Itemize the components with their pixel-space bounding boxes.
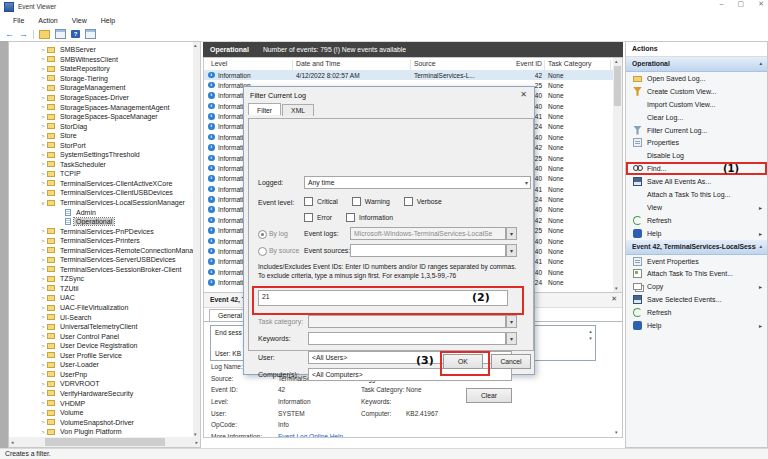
action-item[interactable]: Refresh	[626, 214, 767, 227]
chevron-icon[interactable]: >	[39, 314, 47, 320]
tree-vertical-scrollbar[interactable]: ▴ ▾	[193, 42, 200, 438]
action-item[interactable]: Filter Current Log...	[626, 124, 767, 137]
tree-item[interactable]: > TerminalServices-RemoteConnectionManag…	[9, 245, 193, 255]
tree-horizontal-scrollbar[interactable]: ◂ ▸	[9, 437, 200, 447]
column-header-taskcategory[interactable]: Task Category	[548, 60, 591, 67]
action-item[interactable]: Create Custom View...	[626, 85, 767, 98]
chevron-icon[interactable]: >	[39, 114, 47, 120]
tree-item[interactable]: > TerminalServices-PnPDevices	[9, 226, 193, 236]
by-source-radio[interactable]: By source	[258, 246, 308, 256]
chevron-icon[interactable]: >	[39, 133, 47, 139]
column-header-eventid[interactable]: Event ID	[504, 60, 542, 67]
chevron-icon[interactable]: >	[39, 47, 47, 53]
tab-xml[interactable]: XML	[282, 104, 314, 116]
tree-item[interactable]: > TaskScheduler	[9, 160, 193, 170]
chevron-icon[interactable]: >	[39, 66, 47, 72]
action-item[interactable]: Copy ▸	[626, 280, 767, 293]
chevron-icon[interactable]: >	[39, 352, 47, 358]
action-item[interactable]: View ▸	[626, 201, 767, 214]
cancel-button[interactable]: Cancel	[491, 354, 531, 369]
tree-item[interactable]: > StorDiag	[9, 121, 193, 131]
chevron-icon[interactable]: >	[39, 123, 47, 129]
chevron-icon[interactable]: >	[39, 429, 47, 435]
chevron-icon[interactable]: >	[39, 324, 47, 330]
keywords-dropdown[interactable]	[308, 332, 506, 345]
chevron-icon[interactable]: >	[39, 305, 47, 311]
column-header-source[interactable]: Source	[414, 60, 436, 67]
action-item[interactable]: Save Selected Events...	[626, 293, 767, 306]
chevron-icon[interactable]: >	[39, 343, 47, 349]
collapse-icon[interactable]: ▴	[759, 60, 762, 66]
tree-item[interactable]: > UniversalTelemetryClient	[9, 322, 193, 332]
preview-scrollbar[interactable]: ▾	[613, 324, 621, 435]
scroll-down-icon[interactable]: ▾	[615, 430, 618, 435]
table-row[interactable]: i Information 4/12/2022 8:02:57 AM Termi…	[204, 70, 613, 80]
radio-icon[interactable]	[258, 230, 267, 239]
table-vertical-scrollbar[interactable]: ▴ ▾	[613, 58, 622, 292]
tree-item[interactable]: > StorageManagement	[9, 83, 193, 93]
help-icon[interactable]: ?	[71, 30, 80, 38]
window-icon[interactable]	[55, 29, 66, 39]
dialog-close-icon[interactable]: ✕	[520, 90, 527, 99]
chevron-icon[interactable]: >	[39, 180, 47, 186]
scroll-down-icon[interactable]: ▾	[615, 286, 618, 291]
console-tree-icon[interactable]	[39, 30, 50, 39]
section-header-operational[interactable]: Operational ▴	[626, 57, 767, 72]
chevron-icon[interactable]: >	[39, 266, 47, 272]
chevron-icon[interactable]: >	[39, 333, 47, 339]
column-header-date[interactable]: Date and Time	[296, 60, 340, 67]
tree-item[interactable]: > TerminalServices-Printers	[9, 236, 193, 246]
tree-item[interactable]: > StorageSpaces-SpaceManager	[9, 112, 193, 122]
tree-item[interactable]: > TZUtil	[9, 284, 193, 294]
keywords-dropdown-button[interactable]: ▾	[506, 332, 517, 345]
scroll-up-icon[interactable]: ▴	[615, 59, 618, 64]
tree-item[interactable]: > UAC-FileVirtualization	[9, 303, 193, 313]
tree-item[interactable]: > User-Loader	[9, 360, 193, 370]
chevron-icon[interactable]: >	[39, 410, 47, 416]
tree-item[interactable]: > StateRepository	[9, 64, 193, 74]
checkbox-icon[interactable]	[352, 197, 361, 206]
tree-item[interactable]: > Von Plugin Platform	[9, 427, 193, 437]
tree-item[interactable]: Admin	[9, 207, 193, 217]
chevron-icon[interactable]: >	[39, 257, 47, 263]
tree-item[interactable]: > StorageSpaces-Driver	[9, 93, 193, 103]
tree-item[interactable]: > UI-Search	[9, 312, 193, 322]
tree-item[interactable]: > VerifyHardwareSecurity	[9, 389, 193, 399]
event-id-input[interactable]: 21	[258, 290, 508, 306]
action-pane-icon[interactable]	[85, 29, 96, 39]
chevron-icon[interactable]: >	[39, 95, 47, 101]
chevron-icon[interactable]: >	[39, 247, 47, 253]
chevron-icon[interactable]: >	[39, 161, 47, 167]
event-sources-dropdown[interactable]	[350, 244, 506, 257]
scrollbar-thumb[interactable]	[614, 66, 621, 106]
level-checkbox[interactable]: Critical	[304, 197, 338, 206]
tree-item[interactable]: > VHDMP	[9, 398, 193, 408]
by-log-radio[interactable]: By log	[258, 229, 298, 239]
tree-item[interactable]: > Volume	[9, 408, 193, 418]
ok-button[interactable]: OK	[443, 354, 483, 369]
logged-dropdown[interactable]: Any time	[304, 176, 531, 189]
checkbox-icon[interactable]	[404, 197, 413, 206]
clear-button[interactable]: Clear	[466, 388, 512, 403]
back-icon[interactable]: ←	[5, 30, 14, 39]
action-item[interactable]: Properties	[626, 136, 767, 149]
tree-item[interactable]: v TerminalServices-LocalSessionManager	[9, 198, 193, 208]
tree-item[interactable]: > User Control Panel	[9, 331, 193, 341]
chevron-icon[interactable]: >	[39, 285, 47, 291]
tree-item[interactable]: > TerminalServices-SessionBroker-Client	[9, 265, 193, 275]
action-item[interactable]: Refresh	[626, 306, 767, 319]
chevron-icon[interactable]: >	[39, 85, 47, 91]
chevron-icon[interactable]: >	[39, 295, 47, 301]
tree-item[interactable]: Operational	[9, 217, 193, 227]
tree-item[interactable]: > User Device Registration	[9, 341, 193, 351]
minimize-button[interactable]: –	[720, 0, 724, 8]
tree-item[interactable]: > TerminalServices-ClientActiveXCore	[9, 179, 193, 189]
menu-item[interactable]: Help	[94, 17, 122, 24]
chevron-icon[interactable]: >	[39, 381, 47, 387]
action-item[interactable]: Open Saved Log...	[626, 72, 767, 85]
tree-item[interactable]: > Store	[9, 131, 193, 141]
column-header-level[interactable]: Level	[211, 60, 227, 67]
level-checkbox[interactable]: Information	[346, 213, 393, 222]
chevron-icon[interactable]: >	[39, 228, 47, 234]
collapse-icon[interactable]: ▴	[759, 243, 762, 249]
